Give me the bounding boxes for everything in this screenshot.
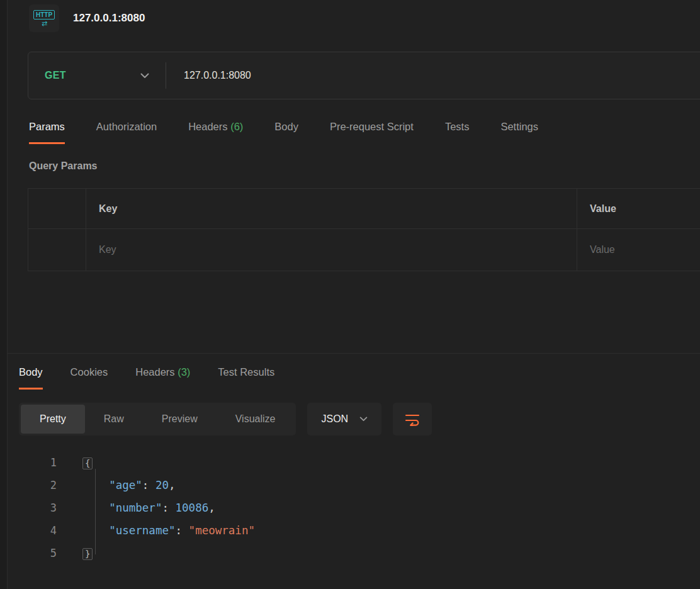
code-line: 3 "number": 10086, — [19, 496, 700, 519]
chevron-down-icon — [359, 417, 368, 422]
line-number: 4 — [19, 524, 57, 537]
tab-label: Authorization — [96, 121, 157, 132]
code-content: { — [82, 456, 93, 469]
value-input-cell — [577, 229, 700, 271]
view-tab-raw[interactable]: Raw — [85, 405, 143, 434]
request-panel: HTTP ⇄ 127.0.0.1:8080 GET ParamsAuthoriz… — [8, 0, 700, 589]
chevron-down-icon — [140, 73, 149, 79]
line-number: 1 — [19, 456, 57, 469]
view-tab-preview[interactable]: Preview — [143, 405, 217, 434]
request-tab-pre-request-script[interactable]: Pre-request Script — [330, 121, 414, 144]
http-icon-label: HTTP — [33, 10, 55, 20]
request-tab-tests[interactable]: Tests — [445, 121, 470, 144]
request-url-bar: GET — [28, 52, 700, 99]
format-label: JSON — [321, 413, 348, 425]
response-tab-test-results[interactable]: Test Results — [218, 366, 274, 390]
request-tab-params[interactable]: Params — [29, 121, 65, 144]
tab-label: Body — [274, 121, 298, 132]
query-params-table: Key Value — [28, 188, 700, 271]
code-fold-guide — [95, 469, 96, 554]
wrap-text-icon — [404, 412, 421, 426]
request-tab-body[interactable]: Body — [274, 121, 298, 144]
tab-label: Tests — [445, 121, 470, 132]
line-number: 2 — [19, 479, 57, 491]
code-content: "number": 10086, — [82, 502, 215, 514]
code-line: 1{ — [19, 451, 700, 474]
code-line: 5} — [19, 542, 700, 564]
view-tab-visualize[interactable]: Visualize — [217, 405, 295, 434]
code-content: "username": "meowrain" — [82, 524, 255, 537]
query-params-heading: Query Params — [29, 160, 700, 172]
method-select[interactable]: GET — [28, 52, 166, 99]
http-arrows-icon: ⇄ — [42, 20, 47, 26]
tab-count-badge: (6) — [228, 121, 244, 132]
value-column-header: Value — [577, 189, 700, 229]
key-column-header: Key — [86, 189, 577, 229]
line-number: 5 — [19, 547, 57, 559]
response-tab-headers[interactable]: Headers (3) — [135, 366, 190, 390]
key-input[interactable] — [99, 244, 577, 255]
response-tab-cookies[interactable]: Cookies — [71, 366, 108, 390]
request-title: 127.0.0.1:8080 — [73, 12, 145, 25]
code-lines: 1{2 "age": 20,3 "number": 10086,4 "usern… — [19, 451, 700, 564]
url-input[interactable] — [166, 52, 700, 99]
request-tab-authorization[interactable]: Authorization — [96, 121, 157, 144]
response-view-tabs: PrettyRawPreviewVisualize — [19, 403, 296, 435]
tab-label: Body — [19, 366, 43, 378]
value-input[interactable] — [590, 244, 700, 255]
code-line: 4 "username": "meowrain" — [19, 519, 700, 542]
format-dropdown[interactable]: JSON — [307, 403, 381, 435]
code-content: "age": 20, — [82, 479, 176, 491]
response-tabs: BodyCookiesHeaders (3)Test Results — [19, 366, 700, 390]
response-panel: BodyCookiesHeaders (3)Test Results Prett… — [8, 354, 700, 564]
http-request-icon: HTTP ⇄ — [29, 4, 59, 32]
response-view-bar: PrettyRawPreviewVisualize JSON — [19, 403, 700, 435]
method-label: GET — [45, 70, 66, 81]
tab-count-badge: (3) — [175, 366, 191, 378]
response-body-viewer[interactable]: 1{2 "age": 20,3 "number": 10086,4 "usern… — [8, 451, 700, 564]
code-line: 2 "age": 20, — [19, 474, 700, 496]
line-number: 3 — [19, 502, 57, 514]
tab-label: Test Results — [218, 366, 274, 378]
checkbox-column-header — [28, 189, 86, 229]
view-tab-pretty[interactable]: Pretty — [21, 405, 85, 434]
sidebar-edge — [0, 0, 8, 589]
request-header: HTTP ⇄ 127.0.0.1:8080 — [8, 0, 700, 33]
row-checkbox-cell — [28, 229, 86, 271]
tab-label: Cookies — [71, 366, 108, 378]
request-tab-settings[interactable]: Settings — [500, 121, 538, 144]
tab-label: Settings — [500, 121, 538, 132]
response-tab-body[interactable]: Body — [19, 366, 43, 390]
code-content: } — [82, 547, 93, 560]
tab-label: Params — [29, 121, 65, 132]
request-tab-headers[interactable]: Headers (6) — [188, 121, 243, 144]
key-input-cell — [86, 229, 577, 271]
request-tabs: ParamsAuthorizationHeaders (6)BodyPre-re… — [29, 121, 700, 144]
tab-label: Pre-request Script — [330, 121, 414, 132]
wrap-text-button[interactable] — [393, 403, 432, 435]
tab-label: Headers — [188, 121, 227, 132]
tab-label: Headers — [135, 366, 174, 378]
